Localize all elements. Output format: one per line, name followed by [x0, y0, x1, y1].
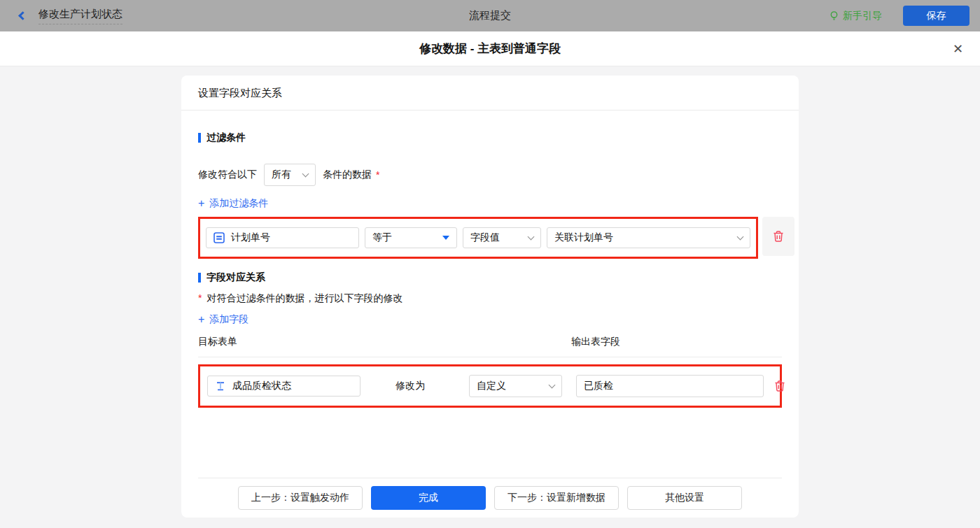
- chevron-down-icon: [737, 234, 744, 241]
- add-field-link[interactable]: + 添加字段: [198, 313, 248, 326]
- filter-match-line: 修改符合以下 所有 条件的数据 *: [198, 164, 782, 186]
- output-field-column-header: 输出表字段: [571, 336, 620, 348]
- panel-footer: 上一步：设置触发动作 完成 下一步：设置新增数据 其他设置: [198, 478, 782, 518]
- mapping-section-label: 字段对应关系: [206, 271, 265, 284]
- filter-field-value: 计划单号: [231, 231, 270, 244]
- trash-icon: [774, 380, 786, 392]
- modal-header: 修改数据 - 主表到普通字段 ✕: [0, 31, 980, 66]
- chevron-down-icon: [302, 171, 309, 178]
- prev-step-button[interactable]: 上一步：设置触发动作: [238, 486, 363, 510]
- section-accent-bar: [198, 273, 201, 283]
- target-form-column-header: 目标表单: [198, 336, 571, 348]
- match-mode-select[interactable]: 所有: [264, 164, 316, 186]
- mapping-description-line: * 对符合过滤条件的数据，进行以下字段的修改: [198, 292, 782, 305]
- other-settings-button[interactable]: 其他设置: [627, 486, 742, 510]
- operator-value: 等于: [372, 231, 392, 244]
- custom-value-input[interactable]: [576, 375, 764, 397]
- delete-filter-condition-button[interactable]: [762, 217, 794, 256]
- delete-field-mapping-button[interactable]: [769, 376, 790, 397]
- chevron-down-icon: [549, 382, 556, 389]
- serial-number-field-icon: [214, 232, 225, 243]
- filter-field-select[interactable]: 计划单号: [206, 227, 359, 248]
- next-step-button[interactable]: 下一步：设置新增数据: [494, 486, 619, 510]
- operator-select[interactable]: 等于: [365, 227, 457, 248]
- match-prefix-label: 修改符合以下: [198, 169, 257, 181]
- filter-section-title: 过滤条件: [198, 131, 782, 144]
- target-field-value: 成品质检状态: [232, 380, 291, 392]
- mapping-column-headers: 目标表单 输出表字段: [198, 336, 782, 357]
- panel-title: 设置字段对应关系: [181, 76, 799, 110]
- plus-icon: +: [198, 314, 204, 325]
- mapping-row-highlight: 成品质检状态 修改为 自定义: [198, 364, 782, 408]
- plus-icon: +: [198, 198, 204, 209]
- section-accent-bar: [198, 133, 201, 143]
- add-field-label: 添加字段: [209, 313, 248, 326]
- panel-content: 过滤条件 修改符合以下 所有 条件的数据 * + 添加过滤条件: [181, 110, 799, 518]
- modify-to-label: 修改为: [396, 380, 425, 392]
- mapping-section-title: 字段对应关系: [198, 271, 782, 284]
- match-suffix-label: 条件的数据: [323, 169, 372, 181]
- add-filter-condition-link[interactable]: + 添加过滤条件: [198, 197, 268, 210]
- add-filter-condition-label: 添加过滤条件: [209, 197, 268, 210]
- settings-panel: 设置字段对应关系 过滤条件 修改符合以下 所有 条件的数据 * + 添加过滤条件: [181, 76, 799, 518]
- modal-body: 设置字段对应关系 过滤条件 修改符合以下 所有 条件的数据 * + 添加过滤条件: [0, 66, 980, 528]
- required-mark: *: [376, 169, 379, 180]
- done-button[interactable]: 完成: [371, 486, 486, 510]
- value-type-select[interactable]: 字段值: [463, 227, 541, 248]
- filter-section-label: 过滤条件: [206, 131, 246, 144]
- match-mode-value: 所有: [272, 169, 291, 181]
- trigger-type-label: 流程提交: [0, 9, 980, 22]
- compare-field-value: 关联计划单号: [554, 231, 613, 244]
- required-mark: *: [198, 292, 202, 304]
- value-type-value: 字段值: [470, 231, 500, 244]
- chevron-down-icon: [528, 234, 535, 241]
- mapping-description: 对符合过滤条件的数据，进行以下字段的修改: [206, 292, 402, 305]
- close-icon[interactable]: ✕: [953, 43, 963, 55]
- modal-title: 修改数据 - 主表到普通字段: [419, 41, 561, 57]
- filter-row-highlight: 计划单号 等于 字段值 关联计划单号: [198, 217, 758, 259]
- top-bar: 修改生产计划状态 流程提交 新手引导 保存: [0, 0, 980, 31]
- output-value-type-select[interactable]: 自定义: [469, 375, 562, 397]
- output-value-type-value: 自定义: [477, 380, 506, 392]
- target-field-select[interactable]: 成品质检状态: [207, 376, 360, 397]
- filter-condition-row: 计划单号 等于 字段值 关联计划单号: [198, 217, 782, 259]
- text-field-icon: [215, 380, 226, 392]
- caret-down-icon: [442, 236, 449, 240]
- trash-icon: [772, 230, 785, 243]
- compare-field-select[interactable]: 关联计划单号: [547, 227, 750, 248]
